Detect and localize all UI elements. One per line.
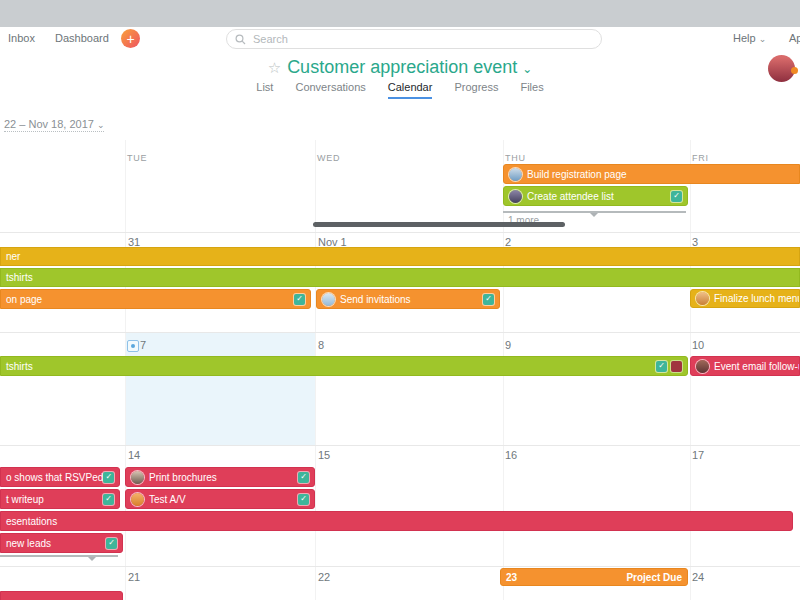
user-avatar[interactable] — [768, 55, 795, 82]
top-bar: Inbox Dashboard + Help⌄ Ap — [0, 27, 800, 51]
task-label: Finalize lunch menu — [714, 293, 800, 304]
tab-conversations[interactable]: Conversations — [295, 81, 365, 99]
date-number: 21 — [128, 571, 140, 583]
avatar — [696, 360, 709, 373]
task-bar-event-email-follow-up[interactable]: Event email follow-up — [690, 356, 800, 376]
task-label: esentations — [6, 516, 57, 527]
task-bar-test-av[interactable]: Test A/V ✓ — [125, 489, 315, 509]
week-divider — [0, 566, 800, 567]
horizontal-scrollbar[interactable] — [313, 222, 565, 227]
task-label: Event email follow-up — [714, 361, 800, 372]
task-label: ner — [6, 251, 20, 262]
task-label: Send invitations — [340, 294, 411, 305]
task-bar-finalize-lunch-menu[interactable]: Finalize lunch menu — [690, 289, 800, 308]
avatar — [131, 493, 144, 506]
search-input[interactable] — [251, 32, 593, 46]
week-divider — [0, 232, 800, 233]
task-bar-tshirts[interactable]: tshirts — [0, 268, 800, 287]
chevron-down-icon: ⌄ — [759, 34, 767, 44]
task-label: tshirts — [6, 272, 33, 283]
checkbox-icon[interactable]: ✓ — [298, 472, 309, 483]
tab-list[interactable]: List — [256, 81, 273, 99]
task-bar-create-attendee-list[interactable]: Create attendee list ✓ — [503, 186, 688, 206]
date-number: 10 — [692, 339, 704, 351]
milestone-date: 23 — [506, 572, 517, 583]
project-tabs: List Conversations Calendar Progress Fil… — [0, 81, 800, 99]
star-icon[interactable]: ☆ — [268, 59, 281, 76]
chevron-down-icon: ⌄ — [97, 120, 105, 130]
task-label: Print brochures — [149, 472, 217, 483]
inbox-nav[interactable]: Inbox — [8, 32, 35, 44]
search-icon — [235, 34, 246, 45]
date-number: 16 — [505, 449, 517, 461]
page-title: Customer appreciation event — [287, 57, 517, 77]
task-label: on page — [6, 294, 42, 305]
day-header-thu: THU — [505, 153, 526, 163]
tab-calendar[interactable]: Calendar — [388, 81, 433, 99]
avatar — [131, 471, 144, 484]
day-header-wed: WED — [317, 153, 340, 163]
today-cell-highlight — [126, 333, 315, 445]
task-bar-print-brochures[interactable]: Print brochures ✓ — [125, 467, 315, 487]
date-number: 24 — [692, 571, 704, 583]
date-number: 9 — [505, 339, 511, 351]
task-label: Test A/V — [149, 494, 186, 505]
caret-down-icon — [88, 557, 96, 561]
date-number: 22 — [318, 571, 330, 583]
dashboard-nav[interactable]: Dashboard — [55, 32, 109, 44]
task-bar-clipped-bottom[interactable] — [0, 591, 123, 600]
task-label: Create attendee list — [527, 191, 614, 202]
week-divider — [0, 445, 800, 446]
tag-icon — [671, 361, 682, 372]
task-bar-banner[interactable]: ner — [0, 247, 800, 266]
task-bar-send-invitations[interactable]: Send invitations ✓ — [316, 289, 500, 309]
task-label: tshirts — [6, 361, 33, 372]
asana-calendar-app: Inbox Dashboard + Help⌄ Ap ☆Customer app… — [0, 0, 800, 600]
project-header: ☆Customer appreciation event⌄ List Conve… — [0, 50, 800, 101]
day-header-fri: FRI — [692, 153, 709, 163]
checkbox-icon[interactable]: ✓ — [298, 494, 309, 505]
apps-menu[interactable]: Ap — [789, 32, 800, 44]
task-bar-new-leads[interactable]: new leads ✓ — [0, 533, 123, 553]
checkbox-icon[interactable]: ✓ — [483, 294, 494, 305]
task-label: new leads — [6, 538, 51, 549]
desktop-strip — [0, 0, 800, 27]
help-menu[interactable]: Help⌄ — [733, 32, 766, 44]
day-header-tue: TUE — [127, 153, 147, 163]
checkbox-icon[interactable]: ✓ — [294, 294, 305, 305]
calendar-toolbar: 22 – Nov 18, 2017⌄ — [0, 100, 800, 141]
checkbox-icon[interactable]: ✓ — [103, 472, 114, 483]
task-bar-tshirts-2[interactable]: tshirts ✓ — [0, 356, 688, 376]
checkbox-icon[interactable]: ✓ — [103, 494, 114, 505]
task-bar-presentations[interactable]: esentations — [0, 511, 793, 531]
week-divider — [0, 332, 800, 333]
checkbox-icon[interactable]: ✓ — [671, 191, 682, 202]
search-bar[interactable] — [226, 29, 602, 49]
avatar — [509, 190, 522, 203]
avatar — [696, 292, 709, 305]
milestone-bar-project-due[interactable]: 23 Project Due — [500, 568, 688, 586]
task-label: t writeup — [6, 494, 44, 505]
avatar — [509, 168, 522, 181]
checkbox-icon[interactable]: ✓ — [656, 361, 667, 372]
date-range-selector[interactable]: 22 – Nov 18, 2017⌄ — [4, 118, 104, 132]
cell-scroll-indicator[interactable] — [0, 555, 118, 557]
task-bar-rsvped[interactable]: o shows that RSVPed ✓ — [0, 467, 120, 487]
today-icon — [127, 340, 139, 352]
calendar-grid: TUE WED THU FRI Build registration page … — [0, 140, 800, 600]
task-label: o shows that RSVPed — [6, 472, 103, 483]
task-bar-build-registration-page[interactable]: Build registration page — [503, 164, 800, 184]
tab-progress[interactable]: Progress — [454, 81, 498, 99]
tab-files[interactable]: Files — [520, 81, 543, 99]
task-label: Build registration page — [527, 169, 627, 180]
checkbox-icon[interactable]: ✓ — [106, 538, 117, 549]
chevron-down-icon[interactable]: ⌄ — [522, 62, 532, 76]
notification-dot — [791, 67, 798, 74]
task-bar-writeup[interactable]: t writeup ✓ — [0, 489, 120, 509]
date-number: 14 — [128, 449, 140, 461]
task-bar-registration-page-end[interactable]: on page ✓ — [0, 289, 311, 309]
date-number-today: 7 — [140, 339, 146, 351]
date-number: 15 — [318, 449, 330, 461]
add-button[interactable]: + — [121, 29, 140, 48]
date-number: 8 — [318, 339, 324, 351]
